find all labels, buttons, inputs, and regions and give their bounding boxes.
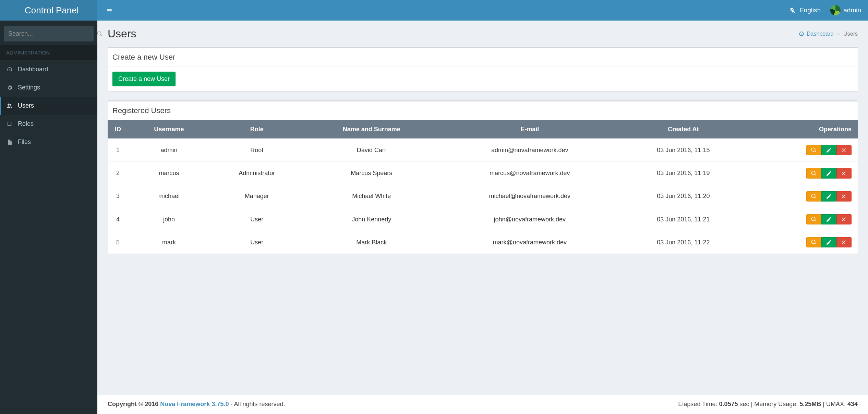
pencil-icon [826,216,832,222]
brand[interactable]: Control Panel [0,0,97,21]
cell-email: admin@novaframework.dev [439,139,620,162]
search-icon [811,239,817,245]
table-row: 2marcusAdministratorMarcus Spearsmarcus@… [108,162,858,185]
cell-email: mark@novaframework.dev [439,231,620,254]
sidebar-item-label: Roles [18,120,34,127]
edit-button[interactable] [821,214,836,224]
cell-name: Marcus Spears [304,162,439,185]
col-username: Username [128,120,210,139]
gears-icon [7,85,13,91]
cell-created: 03 Jun 2016, 11:21 [620,208,747,231]
sidebar-item-settings[interactable]: Settings [0,78,97,97]
sidebar-item-users[interactable]: Users [0,97,97,115]
view-button[interactable] [806,145,821,155]
times-icon [841,147,847,153]
sidebar-item-label: Dashboard [18,66,48,73]
pencil-icon [826,147,832,153]
edit-button[interactable] [821,191,836,202]
search-icon [811,193,817,199]
cell-email: marcus@novaframework.dev [439,162,620,185]
cell-role: Administrator [210,162,304,185]
create-user-box: Create a new User Create a new User [108,47,858,91]
col-email: E-mail [439,120,620,139]
cell-created: 03 Jun 2016, 11:19 [620,162,747,185]
avatar [830,5,841,15]
cell-id: 1 [108,139,128,162]
search-input[interactable] [4,28,92,39]
times-icon [841,170,847,176]
view-button[interactable] [806,168,821,178]
col-id: ID [108,120,128,139]
footer: Copyright © 2016 Nova Framework 3.75.0 -… [97,394,868,414]
create-user-button[interactable]: Create a new User [112,72,176,86]
cell-created: 03 Jun 2016, 11:22 [620,231,747,254]
bars-icon [106,8,112,14]
search-icon [811,170,817,176]
sidebar-section-header: ADMINISTRATION [0,45,97,60]
footer-copyright-suffix: - All rights reserved. [230,401,285,407]
user-menu[interactable]: admin [830,5,861,15]
cell-operations [746,208,858,231]
dashboard-icon [7,66,13,73]
edit-button[interactable] [821,168,836,178]
edit-button[interactable] [821,145,836,155]
table-row: 3michaelManagerMichael Whitemichael@nova… [108,185,858,208]
create-user-box-title: Create a new User [108,48,858,67]
delete-button[interactable] [836,145,852,155]
footer-framework-link[interactable]: Nova Framework 3.75.0 [160,401,229,407]
cell-name: Mark Black [304,231,439,254]
view-button[interactable] [806,237,821,247]
sidebar-item-files[interactable]: Files [0,133,97,151]
col-name: Name and Surname [304,120,439,139]
delete-button[interactable] [836,214,852,224]
delete-button[interactable] [836,168,852,178]
cell-email: michael@novaframework.dev [439,185,620,208]
cell-role: Root [210,139,304,162]
times-icon [841,239,847,245]
times-icon [841,216,847,222]
cell-id: 3 [108,185,128,208]
search-icon [811,216,817,222]
cell-created: 03 Jun 2016, 11:20 [620,185,747,208]
cell-username: michael [128,185,210,208]
language-switch[interactable]: English [789,7,821,14]
sidebar: Control Panel ADMINISTRATION Dashboard S… [0,0,97,414]
view-button[interactable] [806,191,821,202]
book-icon [7,121,13,127]
pencil-icon [826,193,832,199]
delete-button[interactable] [836,237,852,247]
delete-button[interactable] [836,191,852,202]
language-label: English [799,7,821,14]
table-row: 4johnUserJohn Kennedyjohn@novaframework.… [108,208,858,231]
cell-email: john@novaframework.dev [439,208,620,231]
table-row: 1adminRootDavid Carradmin@novaframework.… [108,139,858,162]
cell-username: marcus [128,162,210,185]
cell-name: John Kennedy [304,208,439,231]
edit-button[interactable] [821,237,836,247]
breadcrumb-home[interactable]: Dashboard [798,31,833,37]
cell-username: mark [128,231,210,254]
page-title: Users [108,27,136,40]
footer-stats: Elapsed Time: 0.0575 sec | Memory Usage:… [678,401,858,408]
cell-created: 03 Jun 2016, 11:15 [620,139,747,162]
sidebar-item-roles[interactable]: Roles [0,115,97,133]
sidebar-search [0,21,97,45]
breadcrumb: Dashboard » Users [798,31,858,37]
col-role: Role [210,120,304,139]
col-created: Created At [620,120,747,139]
pencil-icon [826,170,832,176]
cell-operations [746,139,858,162]
user-label: admin [843,7,861,14]
col-operations: Operations [746,120,858,139]
cell-name: Michael White [304,185,439,208]
view-button[interactable] [806,214,821,224]
sidebar-item-dashboard[interactable]: Dashboard [0,60,97,78]
content-header: Users Dashboard » Users [97,21,868,44]
sidebar-toggle-button[interactable] [104,4,114,16]
cell-role: User [210,231,304,254]
sidebar-item-label: Users [18,102,34,109]
users-table-box: Registered Users ID Username Role Name a… [108,100,858,254]
cell-operations [746,231,858,254]
cell-id: 4 [108,208,128,231]
breadcrumb-current: Users [843,31,858,37]
